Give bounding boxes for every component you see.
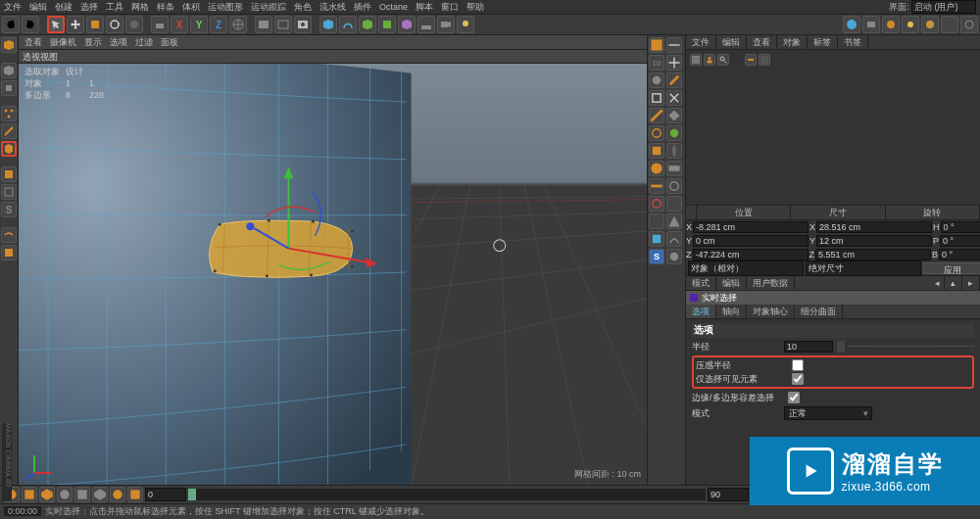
- rt-icon[interactable]: [666, 161, 682, 176]
- menu-item[interactable]: Octane: [379, 2, 408, 12]
- object-mode-button[interactable]: [1, 80, 17, 96]
- attr-subtab-sds[interactable]: 细分曲面: [795, 305, 843, 318]
- visible-only-checkbox[interactable]: [792, 373, 804, 385]
- attr-subtab-axis[interactable]: 轴向: [716, 305, 747, 318]
- model-mode-button[interactable]: [1, 63, 17, 78]
- menu-item[interactable]: 选择: [80, 1, 98, 14]
- attr-nav-prev[interactable]: ◂: [931, 276, 945, 290]
- rt-icon[interactable]: [649, 37, 664, 53]
- light-button[interactable]: [457, 16, 474, 33]
- oct-light-button[interactable]: [882, 16, 900, 33]
- obj-filter-icon[interactable]: [690, 54, 702, 66]
- rt-icon[interactable]: [666, 90, 682, 106]
- vp-menu-item[interactable]: 摄像机: [50, 36, 76, 49]
- rt-icon[interactable]: [666, 213, 682, 229]
- vp-menu-item[interactable]: 选项: [110, 36, 127, 49]
- rt-icon[interactable]: [666, 108, 682, 123]
- attr-userdata-tab[interactable]: 用户数据: [747, 276, 795, 290]
- menu-item[interactable]: 插件: [354, 1, 371, 14]
- menu-item[interactable]: 网格: [131, 1, 149, 14]
- render-region-button[interactable]: [274, 16, 292, 33]
- vp-menu-item[interactable]: 面板: [161, 36, 178, 49]
- attr-mode-tab[interactable]: 模式: [686, 276, 716, 290]
- menu-item[interactable]: 运动图形: [208, 1, 243, 14]
- om-tab[interactable]: 文件: [686, 35, 716, 49]
- frame-start-input[interactable]: [145, 488, 186, 501]
- texture-mode-button[interactable]: [1, 166, 17, 182]
- size-y-input[interactable]: [816, 235, 932, 247]
- live-select-tool[interactable]: [47, 16, 65, 33]
- rot-b-input[interactable]: [939, 249, 980, 260]
- size-x-input[interactable]: [816, 221, 932, 233]
- object-tree[interactable]: [686, 50, 980, 206]
- frame-end-input[interactable]: [708, 488, 749, 501]
- mat-icon[interactable]: [74, 487, 90, 502]
- viewport-3d[interactable]: 选取对象设计 对象11 多边形8228 网格间距 : 10 cm: [19, 64, 647, 485]
- rt-icon[interactable]: S: [649, 249, 664, 264]
- polygon-mode-button[interactable]: [1, 141, 17, 157]
- menu-item[interactable]: 脚本: [416, 1, 433, 14]
- layout-dropdown[interactable]: [911, 0, 976, 14]
- menu-item[interactable]: 文件: [4, 1, 22, 14]
- camera-button[interactable]: [437, 16, 455, 33]
- oct-render-button[interactable]: [862, 16, 880, 33]
- obj-search-icon[interactable]: [717, 54, 729, 66]
- attr-nav-up[interactable]: ▴: [945, 276, 962, 290]
- rt-icon[interactable]: [666, 55, 682, 71]
- coord-size-mode-select[interactable]: [806, 260, 921, 276]
- mode-select[interactable]: 正常: [784, 406, 872, 420]
- deformer-button[interactable]: [398, 16, 416, 33]
- generator-button[interactable]: [378, 16, 396, 33]
- menu-item[interactable]: 窗口: [441, 1, 459, 14]
- render-settings-button[interactable]: [294, 16, 312, 33]
- attr-nav-next[interactable]: ▸: [962, 276, 980, 290]
- coord-system-button[interactable]: [229, 16, 247, 33]
- om-tab[interactable]: 编辑: [716, 35, 747, 49]
- menu-item[interactable]: 帮助: [466, 1, 484, 14]
- tweak-button[interactable]: [1, 227, 17, 243]
- om-tab[interactable]: 标签: [808, 35, 838, 49]
- obj-user-icon[interactable]: [704, 54, 715, 66]
- vp-menu-item[interactable]: 显示: [84, 36, 102, 49]
- primitive-cube-button[interactable]: [319, 16, 337, 33]
- radius-input[interactable]: [784, 341, 833, 353]
- pos-x-input[interactable]: [693, 221, 808, 233]
- edge-tolerance-checkbox[interactable]: [788, 392, 800, 403]
- rt-icon[interactable]: [666, 37, 682, 53]
- om-tab[interactable]: 对象: [777, 35, 808, 49]
- rt-icon[interactable]: [666, 72, 682, 88]
- menu-item[interactable]: 编辑: [29, 1, 47, 14]
- om-tab[interactable]: 书签: [838, 35, 868, 49]
- rt-icon[interactable]: 10: [649, 55, 664, 71]
- oct-mat-button[interactable]: [921, 16, 939, 33]
- oct-live-button[interactable]: [843, 16, 860, 33]
- oct-settings-button[interactable]: [960, 16, 978, 33]
- x-axis-button[interactable]: X: [171, 16, 188, 33]
- rot-h-input[interactable]: [941, 221, 980, 233]
- menu-item[interactable]: 体积: [182, 1, 200, 14]
- menu-item[interactable]: 工具: [106, 1, 123, 14]
- undo-button[interactable]: [2, 16, 20, 33]
- mat-icon[interactable]: [92, 487, 108, 502]
- rt-icon[interactable]: [649, 178, 664, 194]
- y-axis-button[interactable]: Y: [190, 16, 208, 33]
- environment-button[interactable]: [417, 16, 435, 33]
- move-tool[interactable]: [67, 16, 84, 33]
- mat-icon[interactable]: [39, 487, 55, 502]
- rotate-tool[interactable]: [106, 16, 123, 33]
- edge-mode-button[interactable]: [1, 123, 17, 139]
- om-tab[interactable]: 查看: [747, 35, 777, 49]
- attr-subtab-options[interactable]: 选项: [686, 305, 716, 318]
- coord-mode-select[interactable]: [688, 260, 804, 276]
- obj-layer-icon[interactable]: [759, 54, 770, 66]
- spline-pen-button[interactable]: [339, 16, 357, 33]
- viewport-solo-button[interactable]: [1, 245, 17, 260]
- mat-icon[interactable]: [57, 487, 73, 502]
- menu-item[interactable]: 运动跟踪: [251, 1, 286, 14]
- workplane-button[interactable]: [1, 184, 17, 200]
- vp-menu-item[interactable]: 过滤: [135, 36, 153, 49]
- render-view-button[interactable]: [255, 16, 272, 33]
- pos-z-input[interactable]: [693, 249, 808, 260]
- oct-sun-button[interactable]: [902, 16, 919, 33]
- rt-icon[interactable]: [666, 125, 682, 141]
